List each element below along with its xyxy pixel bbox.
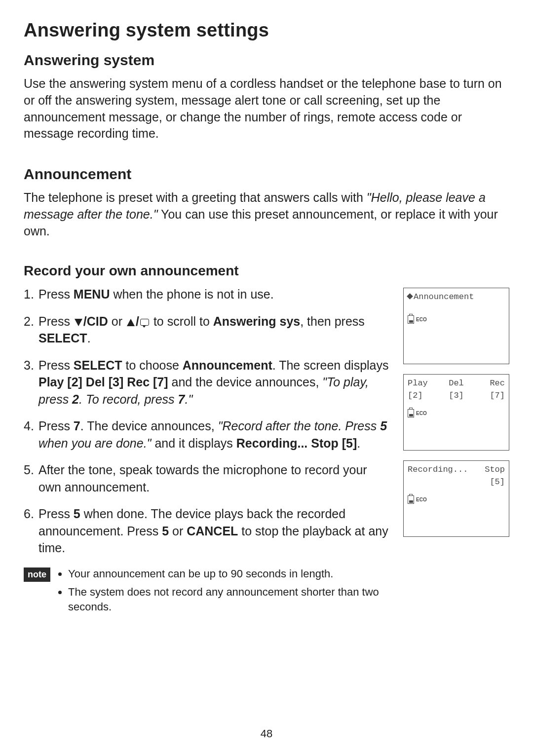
step-5: After the tone, speak towards the microp… [24, 461, 389, 495]
directory-icon [140, 319, 149, 326]
step-2: Press /CID or / to scroll to Answering s… [24, 313, 389, 347]
page-number: 48 [0, 727, 533, 740]
steps-list: Press MENU when the phone is not in use.… [24, 286, 389, 557]
step-4: Press 7. The device announces, "Record a… [24, 417, 389, 452]
heading-record-announcement: Record your own announcement [24, 263, 509, 279]
eco-label: ECO [416, 317, 427, 322]
section-answering-system: Answering system Use the answering syste… [24, 52, 509, 142]
note-item: The system does not record any announcem… [68, 585, 389, 614]
battery-icon [408, 495, 414, 504]
eco-label: ECO [416, 497, 427, 502]
step-6: Press 5 when done. The device plays back… [24, 505, 389, 557]
eco-label: ECO [416, 411, 427, 416]
step-3: Press SELECT to choose Announcement. The… [24, 357, 389, 408]
section-record-announcement: Record your own announcement Press MENU … [24, 263, 509, 618]
lcd-screen-recording: Recording...Stop [5] ECO [403, 460, 509, 537]
down-arrow-icon [75, 319, 82, 326]
battery-icon [408, 315, 414, 324]
body-announcement: The telephone is preset with a greeting … [24, 189, 509, 239]
page-title: Answering system settings [24, 20, 509, 41]
note-block: note Your announcement can be up to 90 s… [24, 567, 389, 618]
battery-icon [408, 409, 414, 417]
note-badge: note [24, 567, 50, 582]
lcd-screen-announcement: Announcement ECO [403, 288, 509, 364]
step-1: Press MENU when the phone is not in use. [24, 286, 389, 303]
heading-announcement: Announcement [24, 166, 509, 183]
lcd-screen-play-del-rec: PlayDelRec [2][3][7] ECO [403, 374, 509, 451]
body-answering-system: Use the answering system menu of a cordl… [24, 76, 509, 142]
section-announcement: Announcement The telephone is preset wit… [24, 166, 509, 239]
note-list: Your announcement can be up to 90 second… [57, 567, 389, 618]
diamond-icon [407, 293, 413, 300]
heading-answering-system: Answering system [24, 52, 509, 69]
note-item: Your announcement can be up to 90 second… [68, 567, 389, 581]
up-arrow-icon [127, 319, 135, 326]
